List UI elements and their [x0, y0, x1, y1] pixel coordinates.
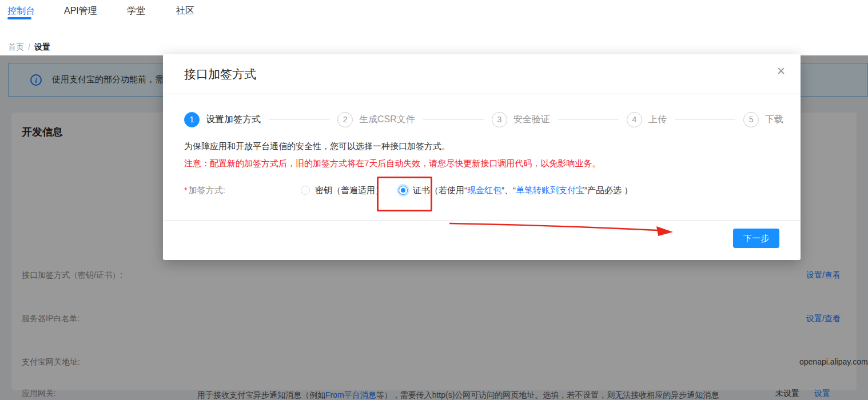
step-label: 安全验证	[513, 114, 550, 126]
step-4-upload: 4 上传	[627, 112, 667, 127]
radio-key-label: 密钥（普遍适用）	[315, 185, 384, 196]
step-connector	[423, 119, 484, 120]
annotation-highlight-rect	[377, 177, 432, 211]
step-label: 上传	[648, 114, 667, 126]
radio-key-option[interactable]: 密钥（普遍适用）	[301, 185, 384, 196]
modal-title: 接口加签方式	[184, 66, 256, 82]
step-3-security-verify: 3 安全验证	[492, 112, 550, 127]
nav-item-api[interactable]: API管理	[64, 5, 97, 17]
nav-item-console[interactable]: 控制台	[7, 5, 35, 17]
annotation-arrow	[445, 219, 679, 238]
step-5-download: 5 下载	[743, 112, 783, 127]
radio-cert-label: 证书（若使用“现金红包”、“单笔转账到支付宝”产品必选 ）	[413, 185, 632, 196]
step-2-generate-csr: 2 生成CSR文件	[337, 112, 415, 127]
step-1-set-sign-method: 1 设置加签方式	[184, 112, 261, 127]
radio-cert-option[interactable]: 证书（若使用“现金红包”、“单笔转账到支付宝”产品必选 ）	[399, 185, 632, 196]
modal-warning-text: 注意：配置新的加签方式后，旧的加签方式将在7天后自动失效，请您尽快更新接口调用代…	[184, 158, 600, 169]
single-transfer-link[interactable]: 单笔转账到支付宝	[516, 185, 584, 195]
next-step-button[interactable]: 下一步	[733, 229, 779, 248]
close-icon[interactable]: ✕	[777, 65, 786, 78]
field-label-text: 加签方式:	[189, 185, 225, 195]
step-number: 5	[743, 112, 759, 127]
step-label: 生成CSR文件	[359, 114, 415, 126]
red-packet-link[interactable]: 现金红包	[467, 185, 501, 195]
step-label: 下载	[765, 114, 783, 126]
modal-intro-text: 为保障应用和开放平台通信的安全性，您可以选择一种接口加签方式。	[184, 141, 450, 152]
cert-label-text: ”产品必选 ）	[584, 185, 632, 195]
breadcrumb-current: 设置	[34, 42, 50, 51]
cert-label-text: ”、“	[501, 185, 516, 195]
required-mark: *	[184, 185, 188, 195]
step-number: 3	[492, 112, 507, 127]
breadcrumb-separator: /	[28, 42, 30, 51]
top-nav: 控制台 API管理 学堂 社区	[0, 0, 868, 25]
step-label: 设置加签方式	[206, 114, 261, 126]
breadcrumb-home[interactable]: 首页	[8, 42, 24, 51]
step-number: 4	[627, 112, 642, 127]
active-tab-underline	[7, 17, 31, 19]
nav-item-school[interactable]: 学堂	[127, 5, 145, 17]
field-label: *加签方式:	[184, 185, 280, 196]
step-connector	[675, 119, 735, 120]
modal-header: 接口加签方式 ✕	[163, 54, 801, 94]
nav-item-community[interactable]: 社区	[176, 5, 194, 17]
step-connector	[269, 119, 329, 120]
step-number: 2	[337, 112, 353, 127]
screen: 控制台 API管理 学堂 社区 首页/设置 i 使用支付宝的部分功能前，需 开发…	[0, 0, 868, 400]
breadcrumb: 首页/设置	[8, 42, 50, 53]
radio-unchecked-icon[interactable]	[301, 186, 310, 195]
step-connector	[558, 119, 619, 120]
step-wizard: 1 设置加签方式 2 生成CSR文件 3 安全验证 4 上传 5 下载	[184, 111, 783, 127]
step-number: 1	[184, 112, 200, 127]
